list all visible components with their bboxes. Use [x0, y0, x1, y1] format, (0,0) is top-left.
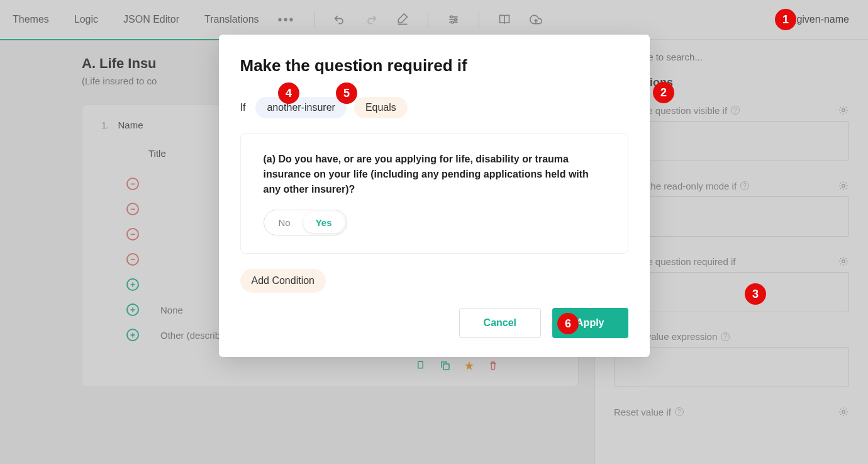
if-label: If: [240, 102, 246, 113]
annotation-badge-6: 6: [557, 313, 579, 334]
add-condition-button[interactable]: Add Condition: [240, 269, 326, 293]
condition-row: If another-insurer Equals: [240, 97, 628, 118]
toggle-no[interactable]: No: [266, 212, 303, 233]
question-text: (a) Do you have, or are you applying for…: [264, 152, 605, 197]
condition-dialog: Make the question required if If another…: [219, 35, 650, 357]
annotation-badge-3: 3: [745, 283, 766, 305]
dialog-title: Make the question required if: [240, 56, 628, 76]
annotation-badge-5: 5: [336, 82, 357, 104]
annotation-badge-1: 1: [775, 9, 796, 30]
annotation-badge-2: 2: [653, 82, 674, 103]
modal-overlay: Make the question required if If another…: [0, 0, 868, 464]
boolean-toggle: No Yes: [264, 210, 347, 235]
cancel-button[interactable]: Cancel: [459, 308, 541, 338]
annotation-badge-4: 4: [278, 82, 299, 104]
question-selector-chip[interactable]: another-insurer: [255, 97, 347, 118]
operator-selector-chip[interactable]: Equals: [354, 97, 408, 118]
condition-value-card: (a) Do you have, or are you applying for…: [240, 133, 628, 254]
toggle-yes[interactable]: Yes: [303, 212, 345, 233]
